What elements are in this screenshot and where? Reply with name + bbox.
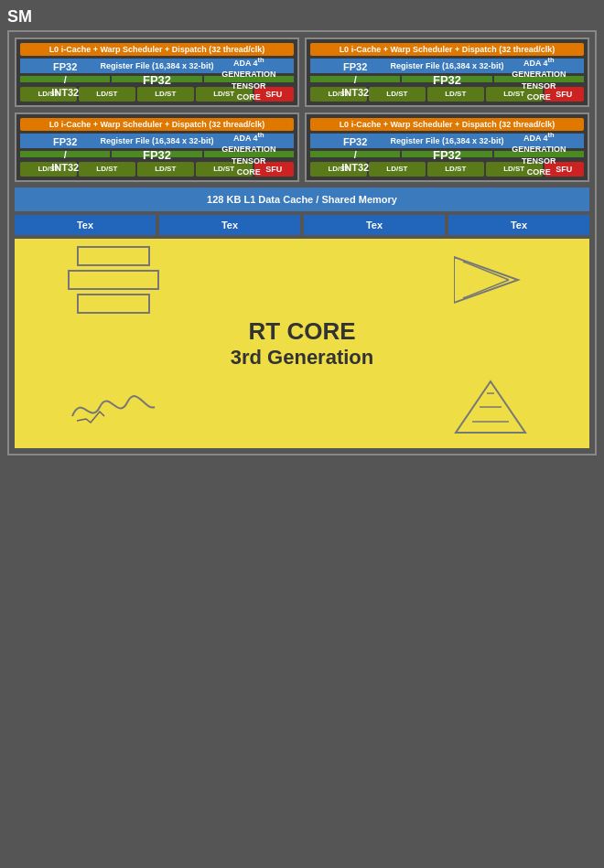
ldst-button[interactable]: LD/ST xyxy=(427,87,484,102)
sfu-button[interactable]: SFU xyxy=(545,162,584,177)
rt-sig-shape xyxy=(22,384,205,430)
register-file-bar: Register File (16,384 x 32-bit) xyxy=(310,134,584,148)
tensor-block: ADA 4thGENERATIONTENSOR CORE xyxy=(204,151,294,157)
l1-cache-bar: 128 KB L1 Data Cache / Shared Memory xyxy=(15,188,589,211)
ldst-button[interactable]: LD/ST xyxy=(20,162,77,177)
quad-3: L0 i-Cache + Warp Scheduler + Dispatch (… xyxy=(305,113,589,182)
four-quad-grid: L0 i-Cache + Warp Scheduler + Dispatch (… xyxy=(15,38,589,182)
quad-0: L0 i-Cache + Warp Scheduler + Dispatch (… xyxy=(15,38,299,107)
register-file-bar: Register File (16,384 x 32-bit) xyxy=(310,59,584,73)
sfu-button[interactable]: SFU xyxy=(254,87,294,102)
ldst-button[interactable]: LD/ST xyxy=(369,87,426,102)
tex-button-2[interactable]: Tex xyxy=(304,215,445,235)
fp32-block: FP32 xyxy=(112,151,201,157)
rt-core-main-text: RT CORE 3rd Generation xyxy=(22,317,582,370)
ldst-button[interactable]: LD/ST xyxy=(137,162,194,177)
fp32-block: FP32 xyxy=(402,151,491,157)
fp32-block: FP32 xyxy=(402,76,491,82)
l0-bar: L0 i-Cache + Warp Scheduler + Dispatch (… xyxy=(20,43,294,56)
cores-inner: FP32/INT32FP32ADA 4thGENERATIONTENSOR CO… xyxy=(20,76,294,82)
quad-1: L0 i-Cache + Warp Scheduler + Dispatch (… xyxy=(305,38,589,107)
fp32-int32-block: FP32/INT32 xyxy=(20,151,110,157)
ldst-button[interactable]: LD/ST xyxy=(79,87,135,102)
cores-inner: FP32/INT32FP32ADA 4thGENERATIONTENSOR CO… xyxy=(310,151,584,157)
rt-bottom-triangle xyxy=(399,380,582,434)
fp32-int32-block: FP32/INT32 xyxy=(310,76,400,82)
tensor-block: ADA 4thGENERATIONTENSOR CORE xyxy=(204,76,294,82)
fp32-int32-block: FP32/INT32 xyxy=(20,76,110,82)
svg-line-1 xyxy=(463,262,509,280)
register-file-bar: Register File (16,384 x 32-bit) xyxy=(20,59,294,73)
bottom-bar: LD/STLD/STLD/STLD/STSFU xyxy=(20,87,294,102)
bottom-bar: LD/STLD/STLD/STLD/STSFU xyxy=(310,87,584,102)
bottom-bar: LD/STLD/STLD/STLD/STSFU xyxy=(20,162,294,177)
rt-triangle-right xyxy=(399,252,582,307)
outer-container: L0 i-Cache + Warp Scheduler + Dispatch (… xyxy=(7,30,597,455)
tex-button-1[interactable]: Tex xyxy=(159,215,300,235)
ldst-button[interactable]: LD/ST xyxy=(20,87,77,102)
ldst-button[interactable]: LD/ST xyxy=(369,162,426,177)
quad-2: L0 i-Cache + Warp Scheduler + Dispatch (… xyxy=(15,113,299,182)
sfu-button[interactable]: SFU xyxy=(254,162,294,177)
ldst-button[interactable]: LD/ST xyxy=(486,87,543,102)
tex-bar: TexTexTexTex xyxy=(15,215,589,235)
l0-bar: L0 i-Cache + Warp Scheduler + Dispatch (… xyxy=(310,43,584,56)
ldst-button[interactable]: LD/ST xyxy=(79,162,135,177)
ldst-button[interactable]: LD/ST xyxy=(310,87,367,102)
ldst-button[interactable]: LD/ST xyxy=(137,87,194,102)
ldst-button[interactable]: LD/ST xyxy=(196,87,253,102)
ldst-button[interactable]: LD/ST xyxy=(486,162,543,177)
rt-diagram-left-top xyxy=(22,246,205,314)
l0-bar: L0 i-Cache + Warp Scheduler + Dispatch (… xyxy=(20,118,294,131)
ldst-button[interactable]: LD/ST xyxy=(427,162,484,177)
ldst-button[interactable]: LD/ST xyxy=(196,162,253,177)
bottom-bar: LD/STLD/STLD/STLD/STSFU xyxy=(310,162,584,177)
register-file-bar: Register File (16,384 x 32-bit) xyxy=(20,134,294,148)
cores-inner: FP32/INT32FP32ADA 4thGENERATIONTENSOR CO… xyxy=(20,151,294,157)
l0-bar: L0 i-Cache + Warp Scheduler + Dispatch (… xyxy=(310,118,584,131)
rt-core-section: RT CORE 3rd Generation xyxy=(15,239,589,448)
svg-line-2 xyxy=(463,280,509,298)
ldst-button[interactable]: LD/ST xyxy=(310,162,367,177)
tensor-block: ADA 4thGENERATIONTENSOR CORE xyxy=(494,76,584,82)
sm-title: SM xyxy=(7,7,32,27)
sfu-button[interactable]: SFU xyxy=(545,87,584,102)
fp32-int32-block: FP32/INT32 xyxy=(310,151,400,157)
fp32-block: FP32 xyxy=(112,76,201,82)
tensor-block: ADA 4thGENERATIONTENSOR CORE xyxy=(494,151,584,157)
tex-button-0[interactable]: Tex xyxy=(15,215,156,235)
tex-button-3[interactable]: Tex xyxy=(448,215,589,235)
cores-inner: FP32/INT32FP32ADA 4thGENERATIONTENSOR CO… xyxy=(310,76,584,82)
